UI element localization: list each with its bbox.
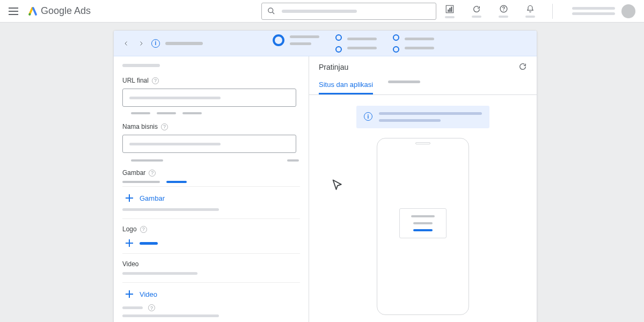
svg-point-1 — [268, 8, 273, 13]
svg-rect-6 — [451, 6, 452, 12]
svg-point-0 — [28, 13, 31, 15]
notifications-button[interactable] — [525, 4, 535, 18]
header-tools — [445, 4, 635, 19]
avatar[interactable] — [621, 4, 635, 18]
google-ads-logo-icon — [28, 6, 38, 16]
account-switcher[interactable] — [572, 4, 635, 18]
help-button[interactable] — [499, 4, 508, 18]
app-header: Google Ads — [0, 0, 644, 23]
search-input[interactable] — [261, 3, 436, 20]
reports-button[interactable] — [445, 4, 455, 18]
search-icon — [267, 7, 275, 15]
refresh-icon — [472, 5, 481, 13]
svg-point-8 — [503, 10, 503, 11]
app-title: Google Ads — [41, 5, 91, 17]
svg-rect-5 — [449, 8, 450, 12]
bar-chart-icon — [445, 4, 455, 14]
menu-icon[interactable] — [9, 8, 18, 15]
help-icon — [499, 4, 508, 13]
svg-line-2 — [272, 12, 274, 14]
app-logo[interactable]: Google Ads — [28, 5, 91, 17]
refresh-button[interactable] — [472, 5, 481, 18]
svg-rect-4 — [448, 9, 449, 12]
bell-icon — [526, 4, 535, 13]
